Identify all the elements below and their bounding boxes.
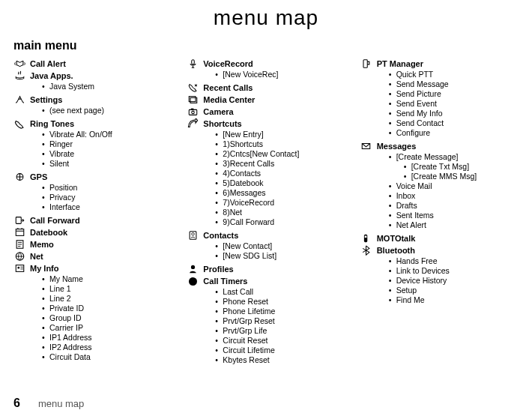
submenu-item: Line 1: [42, 284, 172, 294]
menu-item: Java Apps.Java System: [13, 70, 172, 93]
submenu-item: 5)Datebook: [215, 178, 345, 188]
java-icon: [13, 70, 25, 81]
submenu-item: Send Contact: [389, 118, 519, 128]
svg-rect-2: [16, 229, 24, 236]
submenu-item: Ringer: [42, 139, 172, 149]
menu-item-label: VoiceRecord: [203, 58, 345, 69]
page-number: 6: [13, 397, 20, 410]
submenu-item: Sent Items: [389, 211, 519, 220]
svg-rect-12: [191, 109, 194, 110]
submenu-item: Hands Free: [389, 256, 519, 266]
voice-icon: [187, 58, 199, 69]
net-icon: [13, 251, 25, 262]
submenu-item: Send Picture: [389, 89, 519, 99]
submenu-item: My Name: [42, 274, 172, 284]
submenu-item: 4)Contacts: [215, 169, 345, 178]
menu-item: Call Forward: [13, 215, 172, 226]
submenu-item: Send Message: [389, 79, 519, 89]
menu-item: Call Alert: [13, 58, 172, 69]
svg-rect-7: [192, 60, 195, 64]
submenu-item: Phone Lifetime: [215, 307, 345, 316]
menu-item-body: BluetoothHands FreeLink to DevicesDevice…: [377, 245, 519, 307]
submenu-item: Inbox: [389, 191, 519, 201]
menu-item-body: Call Forward: [30, 215, 172, 226]
menu-item-body: Camera: [203, 106, 345, 117]
camera-icon: [187, 106, 199, 117]
menu-item: Shortcuts[New Entry]1)Shortcuts2)Cntcs[N…: [187, 118, 345, 229]
submenu-item: Kbytes Reset: [215, 355, 345, 365]
forward-icon: [13, 215, 25, 226]
menu-item: MOTOtalk: [360, 233, 519, 244]
menu-item-body: Settings(see next page): [30, 94, 172, 117]
menu-item-body: Media Center: [203, 94, 345, 105]
menu-item-label: Contacts: [203, 230, 345, 241]
submenu-item: 1)Shortcuts: [215, 139, 345, 149]
submenu-item: Prvt/Grp Life: [215, 326, 345, 336]
menu-item-body: Profiles: [203, 264, 345, 274]
submenu-item: Drafts: [389, 201, 519, 211]
submenu-level2: [Create Txt Msg][Create MMS Msg]: [396, 162, 519, 181]
menu-item-body: Recent Calls: [203, 82, 345, 93]
submenu-item: Circuit Lifetime: [215, 346, 345, 355]
shortcuts-icon: [187, 118, 199, 129]
submenu-item: [Create Message][Create Txt Msg][Create …: [389, 152, 519, 181]
menu-item-body: GPSPositionPrivacyInterface: [30, 172, 172, 214]
submenu: [Create Message][Create Txt Msg][Create …: [377, 152, 519, 230]
ring-icon: [13, 118, 25, 129]
page-title: menu map: [13, 6, 519, 30]
menu-item-body: Java Apps.Java System: [30, 70, 172, 93]
svg-point-6: [17, 267, 19, 269]
submenu-item: [New SDG List]: [215, 251, 345, 261]
menu-item-label: My Info: [30, 263, 172, 274]
submenu-item: Find Me: [389, 295, 519, 305]
submenu-item: Phone Reset: [215, 297, 345, 307]
submenu-item: Java System: [42, 82, 172, 91]
submenu-item: Link to Devices: [389, 266, 519, 276]
menu-item-body: Call Alert: [30, 58, 172, 69]
column-1: Call AlertJava Apps.Java SystemSettings(…: [13, 58, 172, 368]
menu-columns: Call AlertJava Apps.Java SystemSettings(…: [13, 58, 519, 368]
menu-item: Settings(see next page): [13, 94, 172, 117]
submenu: Quick PTTSend MessageSend PictureSend Ev…: [377, 70, 519, 138]
memo-icon: [13, 239, 25, 250]
submenu-item: [New Contact]: [215, 241, 345, 251]
menu-item-label: Net: [30, 251, 172, 262]
menu-item-label: MOTOtalk: [377, 233, 519, 244]
submenu-item: Device History: [389, 276, 519, 286]
svg-point-11: [192, 111, 195, 114]
submenu-item: Send My Info: [389, 109, 519, 118]
menu-item-body: Shortcuts[New Entry]1)Shortcuts2)Cntcs[N…: [203, 118, 345, 229]
menu-item-label: Call Alert: [30, 58, 172, 69]
submenu-item: 7)VoiceRecord: [215, 198, 345, 208]
submenu-item: Circuit Reset: [215, 336, 345, 346]
menu-item-label: Call Forward: [30, 215, 172, 226]
menu-item-label: Memo: [30, 239, 172, 250]
submenu: (see next page): [30, 106, 172, 115]
submenu-item: [New Entry]: [215, 130, 345, 139]
svg-rect-10: [189, 109, 197, 115]
menu-item-label: Messages: [377, 141, 519, 151]
menu-item: Datebook: [13, 227, 172, 238]
menu-item: Contacts[New Contact][New SDG List]: [187, 230, 345, 262]
page-footer: 6 menu map: [13, 397, 84, 410]
menu-item: PT ManagerQuick PTTSend MessageSend Pict…: [360, 58, 519, 139]
menu-item-label: Media Center: [203, 94, 345, 105]
svg-rect-16: [363, 60, 367, 68]
menu-item-label: Java Apps.: [30, 70, 172, 81]
menu-item: Media Center: [187, 94, 345, 105]
menu-item: Net: [13, 251, 172, 262]
profiles-icon: [187, 264, 199, 274]
menu-item-label: Profiles: [203, 264, 345, 274]
column-3: PT ManagerQuick PTTSend MessageSend Pict…: [360, 58, 519, 368]
menu-item: Ring TonesVibrate All: On/OffRingerVibra…: [13, 118, 172, 170]
menu-item-label: Ring Tones: [30, 118, 172, 129]
ptmgr-icon: [360, 58, 372, 69]
media-icon: [187, 94, 199, 105]
timers-icon: [187, 276, 199, 286]
section-heading: main menu: [13, 39, 519, 52]
menu-item-body: VoiceRecord[New VoiceRec]: [203, 58, 345, 81]
submenu-item: (see next page): [42, 106, 172, 115]
menu-item-label: Camera: [203, 106, 345, 117]
menu-item-body: Call TimersLast CallPhone ResetPhone Lif…: [203, 276, 345, 367]
menu-item: BluetoothHands FreeLink to DevicesDevice…: [360, 245, 519, 307]
